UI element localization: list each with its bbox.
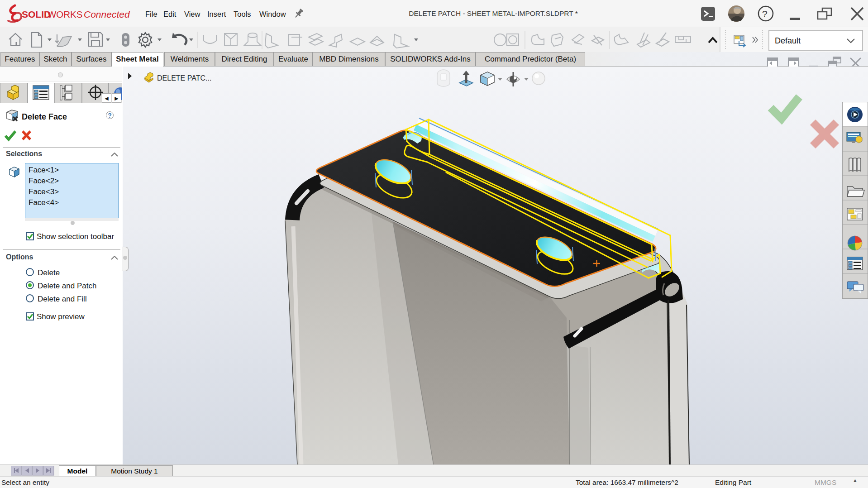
svg-text:?: ? bbox=[762, 9, 768, 19]
svg-text:SOLID: SOLID bbox=[22, 9, 51, 19]
svg-text:Default: Default bbox=[775, 36, 801, 45]
svg-text:DELETE PATC...: DELETE PATC... bbox=[157, 74, 211, 82]
svg-text:Connected: Connected bbox=[84, 9, 130, 19]
svg-text:WORKS: WORKS bbox=[48, 9, 82, 19]
